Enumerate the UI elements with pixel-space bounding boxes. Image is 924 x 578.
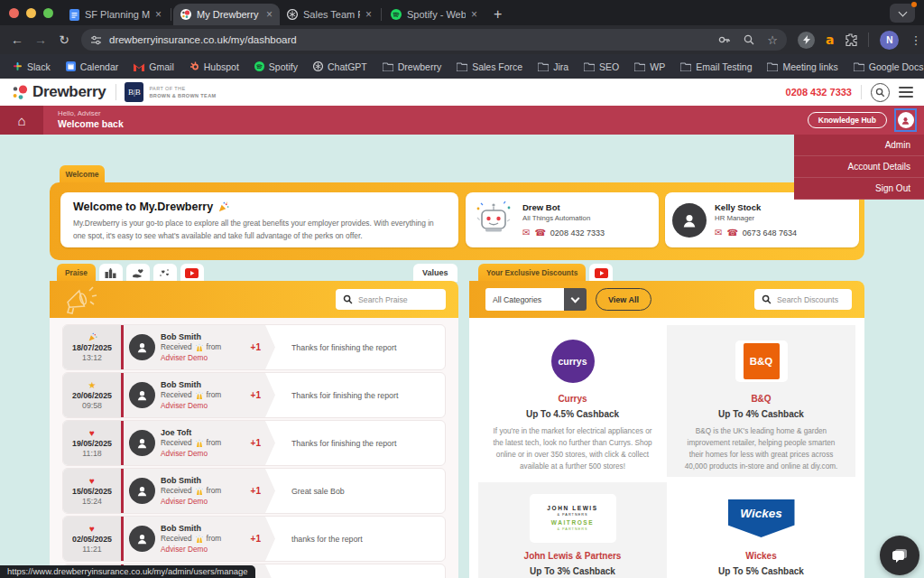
praise-search-input[interactable]: Search Praise <box>336 289 446 310</box>
knowledge-hub-button[interactable]: Knowledge Hub <box>808 112 887 128</box>
folder-icon <box>854 62 864 71</box>
view-all-button[interactable]: View All <box>596 288 651 311</box>
site-menu-button[interactable] <box>899 87 913 98</box>
chat-widget-button[interactable] <box>880 536 919 575</box>
close-tab-icon[interactable]: × <box>471 9 477 20</box>
menu-item-admin[interactable]: Admin <box>794 135 924 156</box>
bookmark-folder-jira[interactable]: Jira <box>538 61 568 72</box>
menu-item-account-details[interactable]: Account Details <box>794 156 924 178</box>
amazon-extension-icon[interactable]: a <box>826 33 834 47</box>
praise-recipient: Joe Toft <box>161 427 221 438</box>
browser-profile-avatar[interactable]: N <box>880 31 899 50</box>
praise-count: +1 <box>251 534 261 544</box>
tab-give-praise[interactable] <box>126 264 150 282</box>
browser-tab-spotify[interactable]: Spotify - Web Player: Music f × <box>383 4 485 25</box>
contact-phone-number[interactable]: 0208 432 7333 <box>550 228 605 238</box>
praise-item[interactable]: ★ 20/06/2025 09:58 Bob Smith Received fr… <box>62 372 446 418</box>
praise-item[interactable]: ♥ 19/05/2025 11:18 Joe Toft Received fro… <box>62 420 446 466</box>
contact-phone-number[interactable]: 0673 648 7634 <box>743 228 797 238</box>
contact-card-kelly-stock[interactable]: Kelly Stock HR Manager ✉ ☎ 0673 648 7634 <box>665 192 859 247</box>
bookmark-folder-seo[interactable]: SEO <box>584 61 619 72</box>
close-tab-icon[interactable]: × <box>155 9 162 20</box>
phone-icon[interactable]: ☎ <box>726 228 737 238</box>
bookmark-folder-wp[interactable]: WP <box>634 61 665 72</box>
bookmark-folder-meeting-links[interactable]: Meeting links <box>767 61 837 72</box>
praise-item[interactable]: ♥ 15/05/2025 15:24 Bob Smith Received fr… <box>62 468 446 514</box>
tab-search-chevron-button[interactable] <box>890 4 915 23</box>
browser-menu-icon[interactable]: ⋮ <box>910 33 921 47</box>
praise-giver[interactable]: Adviser Demo <box>161 449 221 459</box>
bookmark-star-icon[interactable]: ☆ <box>767 33 778 47</box>
site-info-icon[interactable] <box>90 34 102 46</box>
discount-card-john-lewis[interactable]: JOHN LEWIS & PARTNERS WAITROSE & PARTNER… <box>478 482 667 578</box>
mail-icon[interactable]: ✉ <box>522 228 530 238</box>
bookmark-slack[interactable]: Slack <box>13 61 51 72</box>
forward-button[interactable]: → <box>29 33 52 47</box>
extension-bolt-icon[interactable] <box>798 32 815 49</box>
maximize-window-button[interactable] <box>43 8 53 18</box>
praise-recipient: Bob Smith <box>161 475 221 486</box>
praise-giver[interactable]: Adviser Demo <box>161 401 221 411</box>
bookmark-gmail[interactable]: Gmail <box>134 61 173 72</box>
praise-giver[interactable]: Adviser Demo <box>161 353 221 363</box>
discount-brand[interactable]: John Lewis & Partners <box>491 551 654 561</box>
discount-offer: Up To 3% Cashback <box>491 566 654 576</box>
mail-icon[interactable]: ✉ <box>715 228 722 238</box>
bookmark-folder-google-docs[interactable]: Google Docs <box>854 61 924 72</box>
site-search-button[interactable] <box>871 83 890 102</box>
tab-leaderboard[interactable] <box>99 264 123 282</box>
chevron-down-icon[interactable] <box>564 288 587 311</box>
back-button[interactable]: ← <box>5 33 29 47</box>
praise-giver[interactable]: Adviser Demo <box>161 545 221 555</box>
tab-exclusive-discounts[interactable]: Your Exclusive Discounts <box>478 264 586 282</box>
contact-card-drew-bot[interactable]: Drew Bot All Things Automation ✉ ☎ 0208 … <box>466 192 659 247</box>
tab-praise[interactable]: Praise <box>57 264 96 282</box>
menu-item-sign-out[interactable]: Sign Out <box>794 178 924 200</box>
home-button[interactable]: ⌂ <box>0 106 43 135</box>
browser-tab-sf-planning[interactable]: SF Planning Meet – 2025/07/ × <box>62 4 169 25</box>
bookmark-calendar[interactable]: Calendar <box>66 61 119 72</box>
zoom-icon[interactable] <box>744 34 754 45</box>
discount-brand[interactable]: B&Q <box>679 394 843 404</box>
discount-card-bq[interactable]: B&Q B&Q Up To 4% Cashback B&Q is the UK'… <box>667 325 855 477</box>
new-tab-button[interactable]: + <box>494 6 502 23</box>
praise-item[interactable]: 18/07/2025 13:12 Bob Smith Received from… <box>62 324 446 370</box>
bookmark-folder-email-testing[interactable]: Email Testing <box>680 61 752 72</box>
discount-brand[interactable]: Wickes <box>679 551 843 561</box>
close-window-button[interactable] <box>9 8 19 18</box>
bookmark-folder-sales-force[interactable]: Sales Force <box>457 61 522 72</box>
bookmark-spotify[interactable]: Spotify <box>254 61 298 72</box>
discount-brand[interactable]: Currys <box>491 394 654 404</box>
drewberry-logo-icon[interactable] <box>11 84 29 101</box>
bookmark-hubspot[interactable]: Hubspot <box>189 61 239 72</box>
bookmark-chatgpt[interactable]: ChatGPT <box>313 61 367 72</box>
tab-values-hearts[interactable] <box>153 264 177 282</box>
minimize-window-button[interactable] <box>26 8 36 18</box>
tab-welcome[interactable]: Welcome <box>60 165 105 183</box>
phone-icon[interactable]: ☎ <box>534 228 545 238</box>
password-key-icon[interactable] <box>718 34 731 45</box>
address-bar[interactable]: drewberryinsurance.co.uk/my/dashboard ☆ <box>81 29 787 51</box>
close-tab-icon[interactable]: × <box>365 9 372 20</box>
discount-card-wickes[interactable]: Wickes Wickes Up To 5% Cashback <box>667 482 855 578</box>
praise-item[interactable]: ♥ 02/05/2025 11:21 Bob Smith Received fr… <box>62 516 446 562</box>
discount-card-currys[interactable]: currys Currys Up To 4.5% Cashback If you… <box>478 325 667 477</box>
tab-video[interactable] <box>180 264 204 282</box>
praise-time: 11:18 <box>82 449 101 458</box>
browser-tab-my-drewberry[interactable]: My Drewberry / Improving Yo × <box>173 4 280 25</box>
category-select[interactable]: All Categories <box>485 288 587 311</box>
account-menu-button[interactable] <box>894 108 917 132</box>
browser-tab-sales-pricing[interactable]: Sales Team Pricing Process × <box>280 4 379 25</box>
url-text[interactable]: drewberryinsurance.co.uk/my/dashboard <box>109 34 711 45</box>
reload-button[interactable]: ↻ <box>52 33 76 47</box>
extensions-puzzle-icon[interactable] <box>845 33 857 46</box>
brand-name[interactable]: Drewberry <box>32 83 106 101</box>
tab-discounts-video[interactable] <box>589 264 613 282</box>
header-phone-number[interactable]: 0208 432 7333 <box>786 87 852 98</box>
discounts-search-input[interactable]: Search Discounts <box>754 289 852 310</box>
bookmark-folder-drewberry[interactable]: Drewberry <box>383 61 441 72</box>
close-tab-icon[interactable]: × <box>266 9 273 20</box>
tab-values[interactable]: Values <box>413 264 457 282</box>
praise-giver[interactable]: Adviser Demo <box>161 497 221 507</box>
person-icon <box>680 211 698 229</box>
